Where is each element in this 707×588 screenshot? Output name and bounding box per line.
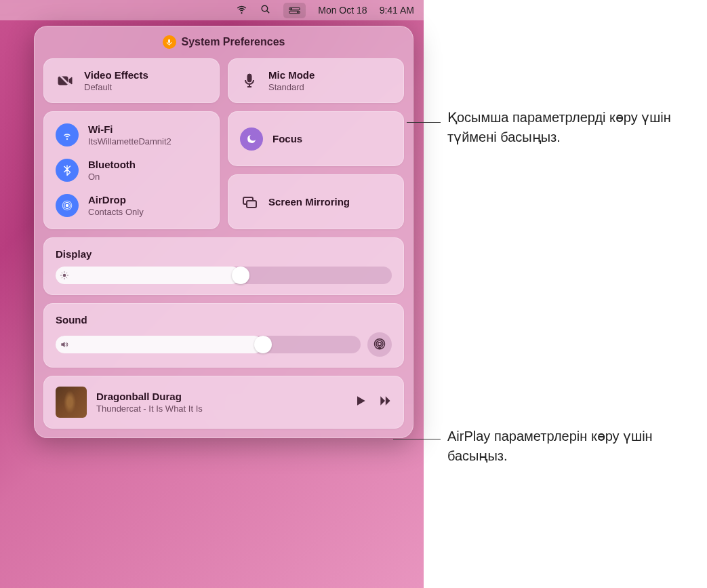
callout-line xyxy=(393,439,441,439)
wifi-icon xyxy=(56,123,79,146)
svg-line-21 xyxy=(62,277,62,278)
search-menubar-icon[interactable] xyxy=(260,3,271,17)
airdrop-title: AirDrop xyxy=(88,194,144,205)
brightness-icon xyxy=(60,271,69,280)
svg-point-3 xyxy=(291,7,292,9)
callout-airplay: AirPlay параметрлерін көру үшін басыңыз. xyxy=(447,427,691,466)
sound-label: Sound xyxy=(56,314,392,326)
svg-point-23 xyxy=(378,342,382,346)
svg-line-22 xyxy=(66,273,67,273)
mic-in-use-icon xyxy=(163,35,176,49)
bluetooth-item[interactable]: Bluetooth On xyxy=(56,159,207,182)
play-button[interactable] xyxy=(354,394,367,410)
airdrop-icon xyxy=(56,194,79,217)
svg-rect-13 xyxy=(247,201,256,208)
callout-line xyxy=(407,122,441,123)
video-effects-icon xyxy=(56,73,75,89)
bluetooth-sub: On xyxy=(88,172,136,182)
video-effects-title: Video Effects xyxy=(84,69,148,81)
airdrop-sub: Contacts Only xyxy=(88,207,144,217)
wifi-menubar-icon[interactable] xyxy=(236,3,247,17)
now-playing-title: Dragonball Durag xyxy=(96,391,344,402)
airplay-audio-button[interactable] xyxy=(367,332,392,357)
album-art xyxy=(56,387,87,418)
bluetooth-title: Bluetooth xyxy=(88,159,136,170)
control-center-menubar-icon[interactable] xyxy=(283,3,306,18)
screen-mirroring-title: Screen Mirroring xyxy=(268,196,350,208)
focus-title: Focus xyxy=(272,133,302,144)
connectivity-tile: Wi-Fi ItsWillametteDamnit2 Bluetooth On xyxy=(43,111,220,229)
svg-rect-8 xyxy=(247,74,251,82)
mic-mode-sub: Standard xyxy=(268,82,315,92)
bluetooth-icon xyxy=(56,159,79,182)
svg-line-19 xyxy=(62,273,62,273)
next-track-button[interactable] xyxy=(378,394,392,410)
svg-point-14 xyxy=(63,274,66,277)
wifi-item[interactable]: Wi-Fi ItsWillametteDamnit2 xyxy=(56,123,207,146)
svg-point-9 xyxy=(66,204,69,208)
wifi-title: Wi-Fi xyxy=(88,123,171,135)
display-tile: Display xyxy=(43,237,404,295)
now-playing-sub: Thundercat - It Is What It Is xyxy=(96,404,344,414)
svg-line-1 xyxy=(267,11,270,14)
mic-mode-tile[interactable]: Mic Mode Standard xyxy=(228,58,404,103)
svg-point-0 xyxy=(262,5,268,12)
svg-point-5 xyxy=(298,11,299,12)
mic-mode-icon xyxy=(240,73,259,89)
display-label: Display xyxy=(56,248,392,260)
video-effects-sub: Default xyxy=(84,82,148,92)
menubar-date[interactable]: Mon Oct 18 xyxy=(318,5,367,16)
control-center-header: System Preferences xyxy=(43,35,404,49)
menubar: Mon Oct 18 9:41 AM xyxy=(0,0,424,20)
video-effects-tile[interactable]: Video Effects Default xyxy=(43,58,220,103)
focus-tile[interactable]: Focus xyxy=(228,111,404,166)
callout-mic-mode: Қосымша параметрлерді көру үшін түймені … xyxy=(447,108,705,147)
airdrop-item[interactable]: AirDrop Contacts Only xyxy=(56,194,207,217)
mic-mode-title: Mic Mode xyxy=(268,69,315,81)
desktop-background: Mon Oct 18 9:41 AM System Preferences Vi… xyxy=(0,0,424,588)
sound-volume-slider[interactable] xyxy=(56,336,361,353)
screen-mirroring-tile[interactable]: Screen Mirroring xyxy=(228,174,404,229)
svg-line-20 xyxy=(66,277,67,278)
now-playing-tile[interactable]: Dragonball Durag Thundercat - It Is What… xyxy=(43,376,404,429)
display-brightness-slider[interactable] xyxy=(56,267,392,284)
wifi-sub: ItsWillametteDamnit2 xyxy=(88,136,171,146)
control-center-panel: System Preferences Video Effects Default xyxy=(34,26,413,438)
volume-icon xyxy=(60,340,69,349)
sound-tile: Sound xyxy=(43,303,404,368)
focus-icon xyxy=(240,128,263,151)
control-center-title: System Preferences xyxy=(182,36,285,48)
screen-mirroring-icon xyxy=(240,194,259,210)
menubar-time[interactable]: 9:41 AM xyxy=(380,5,414,16)
